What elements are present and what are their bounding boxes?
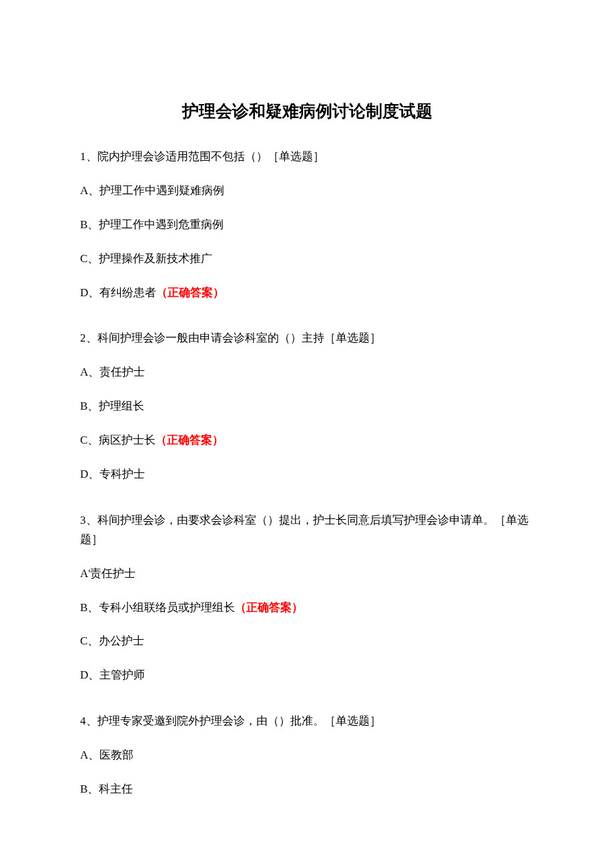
q3-option-b-text: B、专科小组联络员或护理组长	[80, 601, 235, 614]
q2-option-a: A、责任护士	[80, 363, 534, 382]
q1-correct-label: （正确答案）	[156, 286, 224, 299]
q4-option-b: B、科主任	[80, 780, 534, 799]
q1-option-d: D、有纠纷患者（正确答案）	[80, 284, 534, 303]
q2-option-b: B、护理组长	[80, 397, 534, 416]
q2-stem: 2、科间护理会诊一般由申请会诊科室的（）主持［单选题］	[80, 329, 534, 348]
q1-option-d-text: D、有纠纷患者	[80, 286, 156, 299]
q1-stem: 1、院内护理会诊适用范围不包括（）［单选题］	[80, 147, 534, 167]
q3-option-b: B、专科小组联络员或护理组长（正确答案）	[80, 598, 534, 618]
document-title: 护理会诊和疑难病例讨论制度试题	[80, 100, 534, 122]
q2-option-d: D、专科护士	[80, 465, 534, 484]
q2-option-c-text: C、病区护士长	[80, 434, 156, 446]
q1-option-c: C、护理操作及新技术推广	[80, 250, 534, 269]
q3-correct-label: （正确答案）	[235, 601, 303, 614]
q1-option-b: B、护理工作中遇到危重病例	[80, 215, 534, 235]
q2-option-c: C、病区护士长（正确答案）	[80, 431, 534, 450]
q4-option-a: A、医教部	[80, 746, 534, 765]
q3-stem: 3、科间护理会诊，由要求会诊科室（）提出，护士长同意后填写护理会诊申请单。［单选…	[80, 511, 534, 550]
q1-option-a: A、护理工作中遇到疑难病例	[80, 181, 534, 201]
q2-correct-label: （正确答案）	[156, 434, 224, 446]
q4-stem: 4、护理专家受邀到院外护理会诊，由（）批准。［单选题］	[80, 712, 534, 731]
q3-option-a: A'责任护士	[80, 564, 534, 584]
q3-option-d: D、主管护师	[80, 666, 534, 685]
q3-option-c: C、办公护士	[80, 632, 534, 651]
